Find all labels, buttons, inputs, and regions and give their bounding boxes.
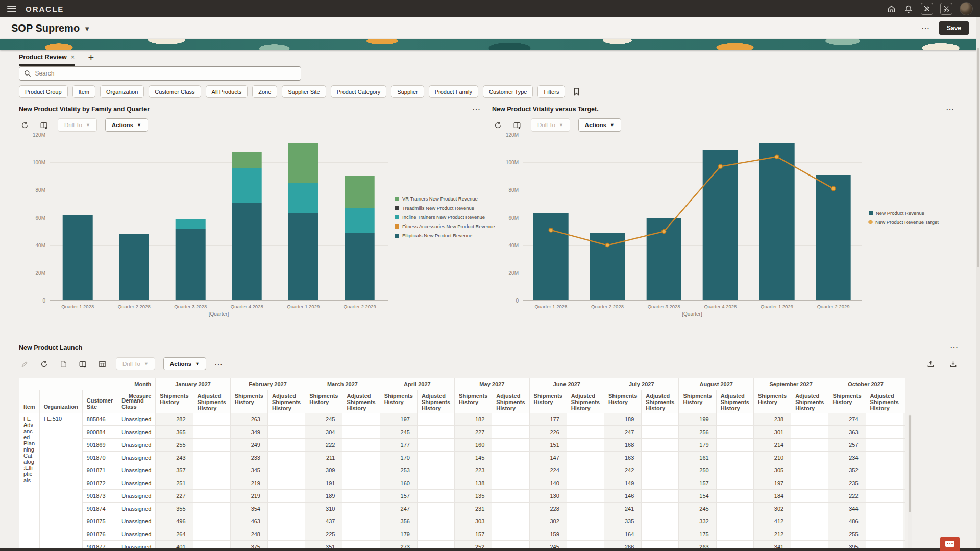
adjusted-shipments-history-cell[interactable] [267, 452, 305, 464]
bar-quarter-4-2028[interactable] [232, 152, 262, 300]
bar-segment[interactable] [232, 152, 262, 168]
note-page-icon[interactable] [58, 358, 69, 369]
shipments-history-header[interactable]: Shipments History [380, 390, 417, 413]
filter-chip-customer-class[interactable]: Customer Class [149, 85, 201, 98]
hamburger-menu-icon[interactable] [7, 6, 16, 12]
adjusted-shipments-history-cell[interactable] [716, 528, 753, 541]
adjusted-shipments-history-cell[interactable] [193, 439, 230, 452]
adjusted-shipments-history-cell[interactable] [866, 490, 903, 503]
shipments-history-header[interactable]: Shipments History [604, 390, 642, 413]
adjusted-shipments-history-header[interactable]: Adjusted Shipments History [642, 390, 679, 413]
shipments-history-header[interactable]: Shipments History [305, 390, 342, 413]
month-header[interactable]: March 2027 [305, 378, 380, 390]
legend-item[interactable]: Ellipticals New Product Revenue [395, 233, 485, 238]
bar-segment[interactable] [119, 234, 149, 300]
bar-quarter-3-2028[interactable] [176, 219, 206, 300]
table-vertical-scrollbar[interactable] [908, 414, 912, 551]
adjusted-shipments-history-cell[interactable] [791, 503, 828, 515]
shipments-history-cell[interactable]: 135 [455, 490, 492, 503]
shipments-history-cell[interactable]: 302 [753, 503, 791, 515]
shipments-history-cell[interactable]: 147 [529, 452, 567, 464]
shipments-history-header[interactable]: Shipments History [230, 390, 267, 413]
adjusted-shipments-history-cell[interactable] [492, 464, 529, 477]
adjusted-shipments-history-cell[interactable] [642, 477, 679, 490]
adjusted-shipments-history-cell[interactable] [193, 452, 230, 464]
shipments-history-cell[interactable]: 365 [156, 426, 193, 439]
adjusted-shipments-history-cell[interactable] [417, 452, 454, 464]
adjusted-shipments-history-header[interactable]: Adjusted Shipments History [866, 390, 903, 413]
bar-segment[interactable] [176, 229, 206, 300]
shipments-history-cell[interactable]: 264 [156, 528, 193, 541]
pencil-slash-icon[interactable] [921, 3, 933, 15]
shipments-history-cell[interactable]: 177 [529, 413, 567, 426]
save-button[interactable]: Save [939, 21, 969, 35]
adjusted-shipments-history-cell[interactable] [567, 477, 604, 490]
adjusted-shipments-history-cell[interactable] [642, 528, 679, 541]
shipments-history-cell[interactable]: 252 [903, 439, 905, 452]
adjusted-shipments-history-cell[interactable] [417, 413, 454, 426]
adjusted-shipments-history-cell[interactable] [866, 439, 903, 452]
shipments-history-cell[interactable]: 170 [380, 452, 417, 464]
shipments-history-cell[interactable]: 177 [380, 439, 417, 452]
adjusted-shipments-history-cell[interactable] [866, 426, 903, 439]
shipments-history-cell[interactable]: 146 [604, 490, 642, 503]
adjusted-shipments-history-cell[interactable] [193, 515, 230, 528]
shipments-history-cell[interactable]: 243 [156, 452, 193, 464]
shipments-history-cell[interactable]: 227 [156, 490, 193, 503]
shipments-history-cell[interactable]: 130 [529, 490, 567, 503]
shipments-history-cell[interactable]: 159 [529, 528, 567, 541]
adjusted-shipments-history-cell[interactable] [342, 528, 380, 541]
adjusted-shipments-history-cell[interactable] [193, 464, 230, 477]
filter-chip-supplier[interactable]: Supplier [391, 85, 424, 98]
customer-site-column-header[interactable]: Customer Site [82, 390, 117, 413]
legend-item[interactable]: Fitness Accessories New Product Revenue [395, 223, 485, 229]
shipments-history-cell[interactable]: 357 [156, 464, 193, 477]
shipments-history-cell[interactable]: 237 [903, 477, 905, 490]
filter-chip-product-group[interactable]: Product Group [19, 85, 68, 98]
shipments-history-cell[interactable]: 245 [380, 426, 417, 439]
layout-columns-icon[interactable] [511, 119, 523, 131]
home-icon[interactable] [886, 4, 896, 14]
shipments-history-cell[interactable]: 219 [230, 477, 267, 490]
adjusted-shipments-history-cell[interactable] [193, 528, 230, 541]
user-avatar[interactable] [960, 2, 973, 15]
adjusted-shipments-history-cell[interactable] [567, 528, 604, 541]
table-more-button[interactable]: ⋯ [950, 343, 959, 353]
table-actions-button[interactable]: Actions▼ [163, 357, 206, 370]
shipments-history-cell[interactable]: 304 [305, 426, 342, 439]
adjusted-shipments-history-cell[interactable] [492, 413, 529, 426]
shipments-history-cell[interactable]: 151 [529, 439, 567, 452]
shipments-history-cell[interactable]: 222 [305, 439, 342, 452]
adjusted-shipments-history-cell[interactable] [716, 503, 753, 515]
adjusted-shipments-history-cell[interactable] [193, 503, 230, 515]
adjusted-shipments-history-cell[interactable] [492, 503, 529, 515]
adjusted-shipments-history-cell[interactable] [716, 439, 753, 452]
month-header[interactable]: February 2027 [230, 378, 305, 390]
shipments-history-cell[interactable]: 140 [529, 477, 567, 490]
bar-quarter-1-2028[interactable] [63, 215, 93, 300]
adjusted-shipments-history-cell[interactable] [642, 503, 679, 515]
adjusted-shipments-history-cell[interactable] [866, 464, 903, 477]
adjusted-shipments-history-header[interactable]: Adjusted Shipments History [716, 390, 753, 413]
adjusted-shipments-history-cell[interactable] [492, 490, 529, 503]
shipments-history-cell[interactable]: 214 [753, 439, 791, 452]
adjusted-shipments-history-cell[interactable] [567, 426, 604, 439]
adjusted-shipments-history-cell[interactable] [866, 503, 903, 515]
shipments-history-cell[interactable]: 175 [679, 528, 716, 541]
adjusted-shipments-history-cell[interactable] [492, 515, 529, 528]
line-marker[interactable] [775, 155, 779, 159]
shipments-history-cell[interactable]: 255 [828, 528, 866, 541]
shipments-history-cell[interactable]: 231 [455, 503, 492, 515]
shipments-history-cell[interactable]: 247 [380, 503, 417, 515]
shipments-history-cell[interactable]: 356 [380, 515, 417, 528]
adjusted-shipments-history-cell[interactable] [567, 413, 604, 426]
adjusted-shipments-history-header[interactable]: Adjusted Shipments History [791, 390, 828, 413]
adjusted-shipments-history-cell[interactable] [866, 477, 903, 490]
adjusted-shipments-history-cell[interactable] [342, 477, 380, 490]
adjusted-shipments-history-cell[interactable] [791, 426, 828, 439]
shipments-history-cell[interactable]: 352 [828, 464, 866, 477]
adjusted-shipments-history-cell[interactable] [492, 439, 529, 452]
adjusted-shipments-history-cell[interactable] [267, 439, 305, 452]
shipments-history-cell[interactable]: 212 [753, 528, 791, 541]
shipments-history-header[interactable]: Shipments History [529, 390, 567, 413]
